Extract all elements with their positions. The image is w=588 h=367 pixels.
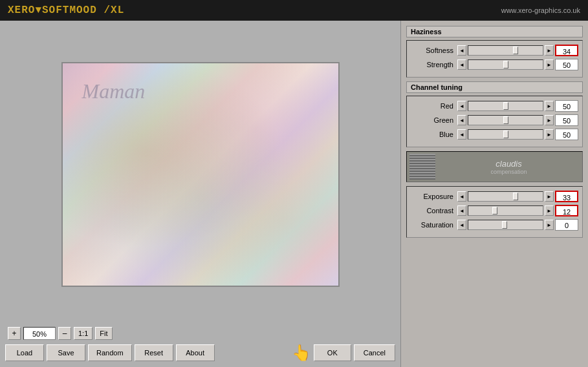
blue-value[interactable]: 50 xyxy=(555,129,578,140)
titlebar: XERO▼SOFTMOOD /XL www.xero-graphics.co.u… xyxy=(0,0,588,21)
zoom-row: + 50% – 1:1 Fit xyxy=(5,327,395,340)
image-canvas: Maman xyxy=(61,62,340,287)
green-label: Green xyxy=(411,116,456,124)
strength-value[interactable]: 50 xyxy=(555,59,578,70)
strength-label: Strength xyxy=(411,61,456,68)
exposure-row: Exposure ◄ ► 33 xyxy=(411,191,578,202)
zoom-fit-button[interactable]: Fit xyxy=(95,327,112,340)
green-row: Green ◄ ► 50 xyxy=(411,114,578,126)
contrast-track[interactable] xyxy=(468,205,543,216)
bottom-controls: + 50% – 1:1 Fit Load Save Random Reset A… xyxy=(5,323,395,362)
saturation-track[interactable] xyxy=(468,220,543,230)
strength-right-arrow[interactable]: ► xyxy=(545,59,554,70)
red-thumb xyxy=(503,102,508,110)
image-container: Maman xyxy=(5,26,395,323)
action-buttons-row: Load Save Random Reset About 👆 OK Cancel xyxy=(5,344,395,362)
green-track[interactable] xyxy=(468,115,543,125)
strength-row: Strength ◄ ► 50 xyxy=(411,59,578,70)
channel-tuning-header: Channel tuning xyxy=(406,81,583,93)
blue-label: Blue xyxy=(411,131,456,138)
contrast-left-arrow[interactable]: ◄ xyxy=(457,205,466,216)
exposure-right-arrow[interactable]: ► xyxy=(545,191,554,202)
softness-left-arrow[interactable]: ◄ xyxy=(457,45,466,56)
compensation-box: Exposure ◄ ► 33 Contrast ◄ ► 12 xyxy=(406,186,583,238)
green-left-arrow[interactable]: ◄ xyxy=(457,115,466,125)
channel-tuning-box: Red ◄ ► 50 Green ◄ ► 50 xyxy=(406,96,583,147)
contrast-right-arrow[interactable]: ► xyxy=(545,205,554,216)
exposure-track[interactable] xyxy=(468,191,543,202)
logo-area: claudis compensation xyxy=(406,151,583,182)
red-left-arrow[interactable]: ◄ xyxy=(457,101,466,111)
contrast-thumb xyxy=(492,207,497,215)
hand-icon[interactable]: 👆 xyxy=(292,344,311,362)
softness-label: Softness xyxy=(411,47,456,54)
about-button[interactable]: About xyxy=(176,344,215,361)
left-panel: Maman + 50% – 1:1 Fit Load Save Random R… xyxy=(0,21,400,367)
strength-thumb xyxy=(503,61,508,68)
red-row: Red ◄ ► 50 xyxy=(411,100,578,112)
contrast-value[interactable]: 12 xyxy=(555,205,578,216)
saturation-left-arrow[interactable]: ◄ xyxy=(457,220,466,230)
zoom-minus-button[interactable]: – xyxy=(58,327,71,340)
red-value[interactable]: 50 xyxy=(555,100,578,112)
load-button[interactable]: Load xyxy=(5,344,44,361)
exposure-thumb xyxy=(513,193,518,200)
saturation-thumb xyxy=(502,221,507,229)
red-track[interactable] xyxy=(468,101,543,111)
haziness-box: Softness ◄ ► 34 Strength ◄ ► 50 xyxy=(406,40,583,78)
softness-value[interactable]: 34 xyxy=(555,45,578,56)
softness-right-arrow[interactable]: ► xyxy=(545,45,554,56)
website-label: www.xero-graphics.co.uk xyxy=(501,6,580,14)
logo-name: claudis xyxy=(495,159,521,169)
red-right-arrow[interactable]: ► xyxy=(545,101,554,111)
saturation-right-arrow[interactable]: ► xyxy=(545,220,554,230)
exposure-value[interactable]: 33 xyxy=(555,191,578,202)
compensation-section: Exposure ◄ ► 33 Contrast ◄ ► 12 xyxy=(406,186,583,238)
green-right-arrow[interactable]: ► xyxy=(545,115,554,125)
zoom-plus-button[interactable]: + xyxy=(8,327,21,340)
right-panel: Haziness Softness ◄ ► 34 Strength ◄ xyxy=(400,21,588,367)
green-value[interactable]: 50 xyxy=(555,114,578,126)
blue-row: Blue ◄ ► 50 xyxy=(411,129,578,140)
haziness-section: Haziness Softness ◄ ► 34 Strength ◄ xyxy=(406,26,583,78)
exposure-label: Exposure xyxy=(411,193,456,200)
blue-right-arrow[interactable]: ► xyxy=(545,129,554,140)
blue-track[interactable] xyxy=(468,129,543,140)
cancel-button[interactable]: Cancel xyxy=(354,344,395,361)
reset-button[interactable]: Reset xyxy=(135,344,173,361)
logo-stripes xyxy=(409,154,435,180)
blue-left-arrow[interactable]: ◄ xyxy=(457,129,466,140)
saturation-row: Saturation ◄ ► 0 xyxy=(411,219,578,231)
logo-sub: compensation xyxy=(490,169,527,175)
logo-text-area: claudis compensation xyxy=(438,159,580,175)
ok-button[interactable]: OK xyxy=(314,344,351,361)
contrast-label: Contrast xyxy=(411,207,456,215)
app-title: XERO▼SOFTMOOD /XL xyxy=(8,5,124,16)
zoom-1to1-button[interactable]: 1:1 xyxy=(74,327,93,340)
channel-tuning-section: Channel tuning Red ◄ ► 50 Green ◄ xyxy=(406,81,583,147)
saturation-value[interactable]: 0 xyxy=(555,219,578,231)
save-button[interactable]: Save xyxy=(47,344,85,361)
zoom-display: 50% xyxy=(23,327,56,340)
exposure-left-arrow[interactable]: ◄ xyxy=(457,191,466,202)
strength-left-arrow[interactable]: ◄ xyxy=(457,59,466,70)
softness-row: Softness ◄ ► 34 xyxy=(411,45,578,56)
contrast-row: Contrast ◄ ► 12 xyxy=(411,205,578,216)
green-thumb xyxy=(503,116,508,124)
strength-track[interactable] xyxy=(468,59,543,70)
blue-thumb xyxy=(503,131,508,138)
softness-thumb xyxy=(513,47,518,54)
main-area: Maman + 50% – 1:1 Fit Load Save Random R… xyxy=(0,21,588,367)
softness-track[interactable] xyxy=(468,45,543,56)
saturation-label: Saturation xyxy=(411,221,456,229)
haziness-header: Haziness xyxy=(406,26,583,37)
image-text-overlay: Maman xyxy=(82,79,146,103)
red-label: Red xyxy=(411,102,456,110)
random-button[interactable]: Random xyxy=(88,344,132,361)
